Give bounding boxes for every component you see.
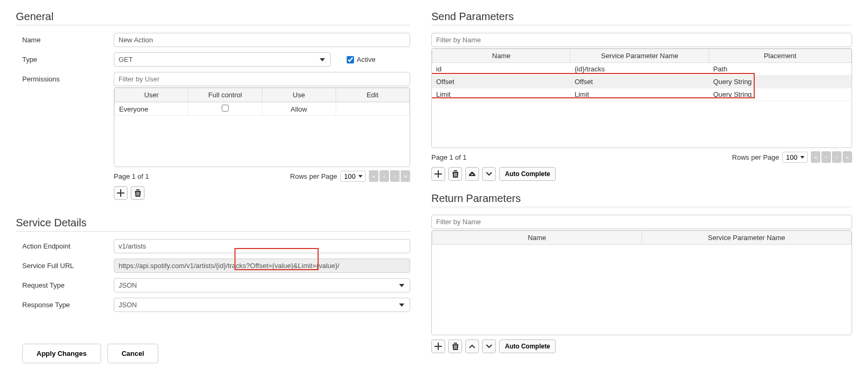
auto-complete-button[interactable]: Auto Complete	[499, 167, 556, 181]
pager-last-button[interactable]: »	[401, 170, 410, 182]
active-checkbox-wrap[interactable]: Active	[347, 56, 375, 63]
plus-icon	[435, 343, 442, 350]
perm-header-user: User	[115, 88, 188, 102]
request-type-select[interactable]: JSON	[114, 278, 410, 292]
send-rows-label: Rows per Page	[732, 153, 779, 161]
chevron-up-icon	[469, 344, 475, 348]
perm-header-full-control: Full control	[188, 88, 262, 102]
url-input	[114, 259, 410, 273]
table-row[interactable]: id {id}/tracks Path	[432, 63, 852, 76]
pager-last-button[interactable]: »	[843, 151, 852, 163]
trash-icon	[452, 170, 459, 178]
response-type-label: Response Type	[16, 298, 114, 309]
delete-button[interactable]	[448, 339, 462, 353]
chevron-down-icon	[486, 344, 492, 348]
perm-full-control-checkbox[interactable]	[222, 105, 229, 112]
pager-first-button[interactable]: «	[369, 170, 378, 182]
perm-use-cell: Allow	[262, 103, 336, 116]
send-rows-select[interactable]: 100	[782, 152, 808, 163]
pager-next-button[interactable]: ›	[832, 151, 842, 163]
pager-prev-button[interactable]: ‹	[379, 170, 389, 182]
auto-complete-button[interactable]: Auto Complete	[499, 339, 556, 353]
return-header-name: Name	[432, 231, 642, 245]
delete-button[interactable]	[448, 167, 462, 181]
table-row[interactable]: Everyone Allow	[115, 103, 410, 116]
add-button[interactable]	[431, 339, 445, 353]
perm-page-info: Page 1 of 1	[114, 172, 149, 180]
trash-icon	[134, 189, 141, 197]
perm-full-control-cell[interactable]	[188, 103, 262, 116]
add-button[interactable]	[431, 167, 445, 181]
send-params-filter-input[interactable]	[431, 33, 852, 47]
send-header-name: Name	[432, 49, 571, 63]
trash-icon	[452, 343, 459, 350]
pager-next-button[interactable]: ›	[390, 170, 400, 182]
move-up-button[interactable]	[465, 167, 479, 181]
move-up-button[interactable]	[465, 339, 479, 353]
plus-icon	[117, 189, 124, 197]
chevron-up-icon	[469, 172, 475, 176]
name-input[interactable]	[114, 33, 410, 47]
pager-first-button[interactable]: «	[811, 151, 820, 163]
perm-edit-cell	[336, 103, 409, 116]
type-label: Type	[16, 52, 114, 63]
perm-user-cell: Everyone	[115, 103, 188, 116]
active-label: Active	[357, 56, 375, 63]
endpoint-input[interactable]	[114, 239, 410, 253]
perm-header-edit: Edit	[336, 88, 409, 102]
table-row[interactable]: Offset Offset Query String	[432, 76, 852, 88]
perm-rows-label: Rows per Page	[290, 172, 337, 180]
general-section-title: General	[16, 11, 410, 25]
return-params-filter-input[interactable]	[431, 215, 852, 229]
send-header-svc: Service Parameter Name	[571, 49, 709, 63]
request-type-label: Request Type	[16, 278, 114, 289]
service-details-section-title: Service Details	[16, 217, 410, 232]
send-page-info: Page 1 of 1	[431, 153, 467, 161]
perm-header-use: Use	[262, 88, 336, 102]
pager-prev-button[interactable]: ‹	[821, 151, 831, 163]
return-params-table: Name Service Parameter Name	[431, 230, 852, 335]
url-label: Service Full URL	[16, 259, 114, 270]
table-row[interactable]: Limit Limit Query String	[432, 88, 852, 101]
response-type-select[interactable]: JSON	[114, 298, 410, 312]
plus-icon	[435, 170, 442, 178]
send-params-section-title: Send Parameters	[431, 11, 852, 25]
return-params-section-title: Return Parameters	[431, 192, 852, 207]
active-checkbox[interactable]	[347, 56, 354, 63]
apply-changes-button[interactable]: Apply Changes	[22, 344, 101, 363]
permissions-table: User Full control Use Edit Everyone	[114, 87, 410, 167]
endpoint-label: Action Endpoint	[16, 239, 114, 250]
move-down-button[interactable]	[482, 339, 496, 353]
add-button[interactable]	[114, 186, 128, 200]
permissions-label: Permissions	[16, 72, 114, 83]
perm-rows-select[interactable]: 100	[340, 171, 366, 182]
chevron-down-icon	[486, 172, 492, 176]
name-label: Name	[16, 33, 114, 44]
permissions-filter-input[interactable]	[114, 72, 410, 86]
return-header-svc: Service Parameter Name	[642, 231, 852, 245]
send-header-placement: Placement	[709, 49, 851, 63]
type-select[interactable]: GET	[114, 52, 331, 67]
send-params-table: Name Service Parameter Name Placement id…	[431, 48, 852, 148]
delete-button[interactable]	[131, 186, 144, 200]
cancel-button[interactable]: Cancel	[107, 344, 159, 363]
move-down-button[interactable]	[482, 167, 496, 181]
